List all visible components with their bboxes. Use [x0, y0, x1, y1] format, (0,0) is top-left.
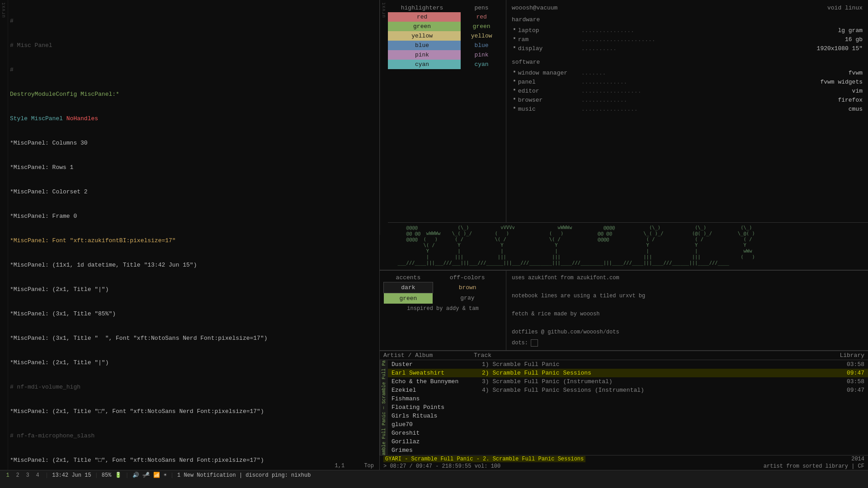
- code-line: *MiscPanel: (3x1, Title "85%"): [10, 310, 377, 318]
- code-line: *MiscPanel: (2x1, Title "□", Font "xft:N…: [10, 408, 377, 416]
- workspace-2[interactable]: 2: [14, 471, 22, 479]
- music-row[interactable]: Floating Points: [388, 403, 868, 412]
- code-line: *MiscPanel: (2x1, Title "□", Font "xft:N…: [10, 456, 377, 465]
- color-row-pink: pink pink: [383, 50, 502, 60]
- urxvt-right-label: urvxt: [382, 2, 387, 18]
- sep-3: |: [125, 472, 128, 479]
- workspace-4[interactable]: 4: [33, 471, 42, 479]
- music-row[interactable]: Duster 1) Scramble Full Panic 03:58: [388, 360, 868, 369]
- code-line: *MiscPanel: Font "xft:azukifontBI:pixels…: [10, 237, 377, 245]
- music-row[interactable]: Gorillaz: [388, 437, 868, 446]
- notification-text: 1 New Notification | discord ping: nixhu…: [177, 472, 311, 479]
- music-row[interactable]: glue70: [388, 420, 868, 429]
- music-list: Scramble Full Panic ─ Scramble Full Pani…: [380, 360, 868, 455]
- note-1: uses azukifont from azukifont.com: [512, 273, 863, 282]
- code-line: Style MiscPanel NoHandles: [10, 115, 377, 123]
- right-panel: urvxt highlighters pens red red: [380, 0, 868, 470]
- wifi-icon: 📶: [153, 472, 160, 479]
- code-line: #: [10, 66, 377, 74]
- now-playing-year: 2014: [851, 456, 864, 462]
- sep-1: |: [45, 472, 48, 479]
- sw-music: * music ................ cmus: [512, 105, 863, 114]
- accent-table-section: accents off-colors dark brown green gray: [380, 271, 506, 350]
- code-line: #: [10, 17, 377, 25]
- sysinfo-os: void linux: [827, 4, 863, 13]
- music-content[interactable]: Duster 1) Scramble Full Panic 03:58 Earl…: [388, 360, 868, 455]
- offcolor-brown: brown: [433, 282, 502, 293]
- sysinfo-header: wooosh@vacuum void linux: [512, 4, 863, 13]
- pen-green: green: [461, 22, 502, 31]
- music-col-artist-header: Artist / Album: [383, 352, 474, 359]
- sw-browser: * browser ............. firefox: [512, 96, 863, 105]
- left-panel: urvxt # # Misc Panel # DestroyModuleConf…: [0, 0, 380, 470]
- music-col-track-header: Track: [474, 352, 828, 359]
- dots-label: dots:: [512, 338, 528, 347]
- code-line: *MiscPanel: Frame 0: [10, 212, 377, 221]
- col-highlighters: highlighters: [383, 4, 461, 12]
- code-line: # Misc Panel: [10, 42, 377, 50]
- color-row-green: green green: [383, 22, 502, 31]
- now-playing-text: GYARI - Scramble Full Panic - 2. Scrambl…: [383, 456, 585, 462]
- volume-icon: 🔊: [132, 472, 139, 479]
- dots-box: [531, 339, 538, 347]
- music-row-highlighted[interactable]: Earl Sweatshirt 2) Scramble Full Panic S…: [388, 369, 868, 377]
- accent-table: accents off-colors dark brown green gray: [383, 273, 502, 304]
- sw-editor: * editor ................. vim: [512, 87, 863, 96]
- code-editor[interactable]: # # Misc Panel # DestroyModuleConfig Mis…: [8, 0, 379, 470]
- dots-line: dots:: [512, 338, 863, 347]
- music-row[interactable]: Ezekiel 4) Scramble Full Panic Sessions …: [388, 386, 868, 394]
- music-row[interactable]: Girls Rituals: [388, 412, 868, 420]
- color-row-cyan: cyan cyan: [383, 60, 502, 69]
- progress-text: > 08:27 / 09:47 - 218:59:55 vol: 100: [383, 463, 500, 469]
- pen-pink: pink: [461, 50, 502, 60]
- col-accents: accents: [384, 273, 433, 282]
- sysinfo-user: wooosh@vacuum: [512, 4, 557, 13]
- brightness-icon: ☀: [164, 472, 167, 479]
- color-row-red: red red: [383, 12, 502, 22]
- code-line: # nf-fa-microphone_slash: [10, 432, 377, 440]
- code-line: *MiscPanel: Rows 1: [10, 164, 377, 172]
- software-label: software: [512, 58, 863, 67]
- accent-row-dark: dark brown: [384, 282, 502, 293]
- vim-scroll: Top: [364, 463, 374, 469]
- color-table-section: highlighters pens red red green green: [380, 0, 506, 222]
- hl-pink: pink: [383, 50, 461, 60]
- progress-bar: > 08:27 / 09:47 - 218:59:55 vol: 100 art…: [380, 463, 868, 470]
- pen-yellow: yellow: [461, 31, 502, 41]
- urxvt-label-text: urvxt: [1, 2, 6, 18]
- music-row[interactable]: Goreshit: [388, 429, 868, 437]
- inspired-text: inspired by addy & tam: [383, 305, 502, 312]
- code-line: *MiscPanel: (3x1, Title " ", Font "xft:N…: [10, 334, 377, 343]
- music-row[interactable]: Fishmans: [388, 394, 868, 403]
- code-line: *MiscPanel: Columns 30: [10, 139, 377, 147]
- hl-green: green: [383, 22, 461, 31]
- status-bar: 1 2 3 4 | 13:42 Jun 15 | 85% 🔋 | 🔊 🎤 📶 ☀…: [0, 470, 868, 480]
- now-playing-bar: GYARI - Scramble Full Panic - 2. Scrambl…: [380, 455, 868, 463]
- note-2: notebook lines are using a tiled urxvt b…: [512, 291, 863, 300]
- col-offcolors: off-colors: [433, 273, 502, 282]
- hw-ram: * ram ..................... 16 gb: [512, 35, 863, 44]
- music-panel: Artist / Album Track Library Scramble Fu…: [380, 350, 868, 470]
- music-header: Artist / Album Track Library: [380, 351, 868, 360]
- color-table: highlighters pens red red green green: [383, 4, 502, 69]
- workspace-switcher[interactable]: 1 2 3 4: [4, 471, 42, 479]
- hl-blue: blue: [383, 41, 461, 50]
- sep-4: |: [170, 472, 174, 479]
- vim-pos-num: 1,1: [335, 463, 345, 469]
- left-urxvt-label: urvxt: [0, 0, 8, 470]
- music-row[interactable]: Grimes: [388, 446, 868, 455]
- accent-dark: dark: [384, 282, 433, 293]
- music-row[interactable]: Echo & the Bunnymen 3) Scramble Full Pan…: [388, 377, 868, 386]
- music-footer: GYARI - Scramble Full Panic - 2. Scrambl…: [380, 455, 868, 470]
- hl-cyan: cyan: [383, 60, 461, 69]
- code-line: # nf-mdi-volume_high: [10, 383, 377, 391]
- workspace-3[interactable]: 3: [24, 471, 32, 479]
- workspace-1[interactable]: 1: [4, 471, 12, 479]
- code-line: *MiscPanel: (2x1, Title "|"): [10, 359, 377, 367]
- note-3: fetch & rice made by wooosh: [512, 310, 863, 319]
- accent-row-green: green gray: [384, 293, 502, 304]
- code-line: *MiscPanel: (11x1, 1d datetime, Title "1…: [10, 261, 377, 269]
- main-container: urvxt # # Misc Panel # DestroyModuleConf…: [0, 0, 868, 470]
- sysinfo-section: wooosh@vacuum void linux hardware * lapt…: [506, 0, 868, 222]
- pen-red: red: [461, 12, 502, 22]
